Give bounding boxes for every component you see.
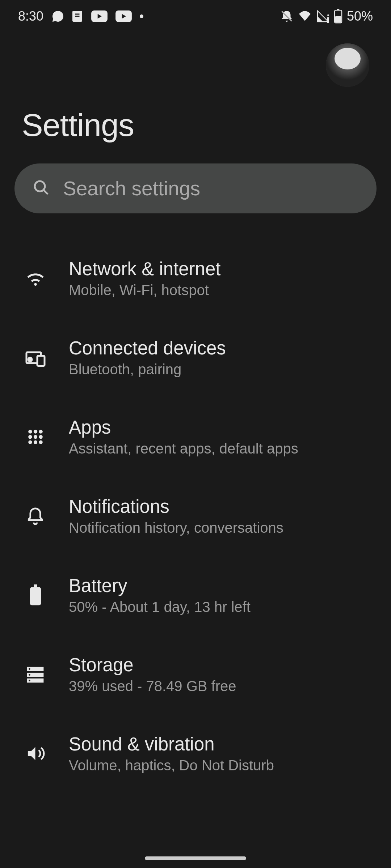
wifi-icon (22, 265, 49, 292)
svg-point-25 (39, 440, 42, 444)
devices-icon (22, 344, 49, 371)
svg-point-21 (33, 435, 37, 438)
item-text: Network & internet Mobile, Wi-Fi, hotspo… (69, 258, 369, 298)
item-text: Battery 50% - About 1 day, 13 hr left (69, 575, 369, 615)
svg-point-33 (29, 680, 30, 681)
header: Settings (0, 33, 391, 144)
item-subtitle: Bluetooth, pairing (69, 361, 369, 378)
signal-icon (316, 10, 329, 23)
settings-item-network[interactable]: Network & internet Mobile, Wi-Fi, hotspo… (0, 239, 391, 318)
item-subtitle: Assistant, recent apps, default apps (69, 441, 369, 457)
settings-item-storage[interactable]: Storage 39% used - 78.49 GB free (0, 635, 391, 714)
status-right: 50% (280, 9, 373, 24)
status-left: 8:30 (18, 9, 143, 24)
svg-point-17 (28, 430, 32, 433)
more-notifications-icon (140, 14, 143, 18)
item-subtitle: 50% - About 1 day, 13 hr left (69, 599, 369, 615)
search-bar[interactable]: Search settings (14, 163, 377, 213)
svg-rect-26 (30, 587, 41, 605)
svg-rect-2 (75, 16, 80, 17)
svg-rect-11 (335, 16, 341, 22)
settings-item-notifications[interactable]: Notifications Notification history, conv… (0, 476, 391, 556)
settings-list: Network & internet Mobile, Wi-Fi, hotspo… (0, 213, 391, 793)
settings-item-apps[interactable]: Apps Assistant, recent apps, default app… (0, 397, 391, 476)
svg-rect-10 (337, 9, 340, 10)
volume-icon (22, 740, 49, 767)
settings-item-sound[interactable]: Sound & vibration Volume, haptics, Do No… (0, 714, 391, 793)
svg-rect-27 (34, 584, 37, 587)
item-title: Notifications (69, 496, 369, 517)
svg-point-32 (29, 674, 30, 676)
youtube-icon (91, 10, 108, 22)
svg-rect-7 (327, 17, 329, 23)
apps-icon (22, 423, 49, 450)
svg-line-13 (43, 190, 48, 194)
item-title: Connected devices (69, 337, 369, 359)
search-placeholder: Search settings (63, 177, 200, 200)
storage-icon (22, 661, 49, 688)
item-text: Apps Assistant, recent apps, default app… (69, 417, 369, 457)
dnd-icon (280, 10, 293, 23)
item-subtitle: Notification history, conversations (69, 520, 369, 536)
svg-point-31 (29, 668, 30, 670)
svg-point-8 (327, 14, 329, 16)
search-icon (33, 179, 50, 198)
item-subtitle: Mobile, Wi-Fi, hotspot (69, 282, 369, 298)
item-text: Sound & vibration Volume, haptics, Do No… (69, 733, 369, 774)
settings-item-devices[interactable]: Connected devices Bluetooth, pairing (0, 318, 391, 397)
item-title: Storage (69, 654, 369, 676)
item-subtitle: Volume, haptics, Do Not Disturb (69, 757, 369, 774)
settings-item-battery[interactable]: Battery 50% - About 1 day, 13 hr left (0, 556, 391, 635)
battery-icon (22, 582, 49, 609)
page-title: Settings (22, 107, 369, 144)
item-title: Sound & vibration (69, 733, 369, 755)
wifi-icon (298, 10, 312, 22)
wallet-icon (72, 10, 83, 23)
svg-point-18 (33, 430, 37, 433)
item-title: Battery (69, 575, 369, 596)
svg-point-12 (35, 181, 45, 191)
item-title: Apps (69, 417, 369, 438)
svg-point-22 (39, 435, 42, 438)
youtube-icon-2 (115, 10, 132, 22)
svg-point-16 (28, 358, 32, 361)
item-text: Storage 39% used - 78.49 GB free (69, 654, 369, 694)
svg-point-20 (28, 435, 32, 438)
item-title: Network & internet (69, 258, 369, 280)
svg-point-24 (33, 440, 37, 444)
bell-icon (22, 502, 49, 529)
battery-icon (334, 9, 342, 24)
item-text: Connected devices Bluetooth, pairing (69, 337, 369, 378)
svg-rect-15 (37, 356, 45, 366)
svg-point-23 (28, 440, 32, 444)
status-time: 8:30 (18, 9, 43, 24)
nav-handle[interactable] (145, 856, 246, 860)
item-subtitle: 39% used - 78.49 GB free (69, 678, 369, 694)
chat-icon (51, 10, 64, 23)
profile-avatar[interactable] (326, 43, 369, 87)
status-bar: 8:30 50% (0, 0, 391, 33)
battery-percent: 50% (347, 9, 373, 24)
item-text: Notifications Notification history, conv… (69, 496, 369, 536)
svg-rect-1 (75, 14, 80, 15)
svg-point-19 (39, 430, 42, 433)
